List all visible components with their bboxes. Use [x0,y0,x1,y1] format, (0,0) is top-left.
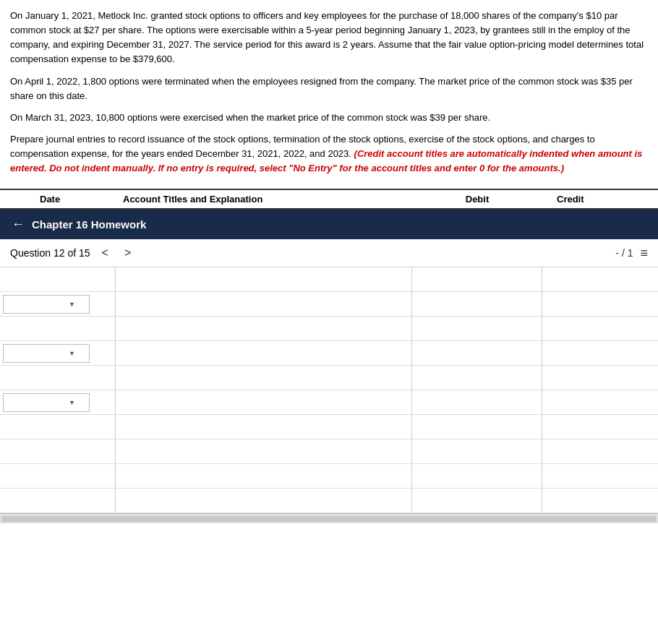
account-input[interactable] [116,390,411,414]
debit-cell[interactable] [412,439,542,463]
debit-cell[interactable] [412,390,542,414]
table-header: Date Account Titles and Explanation Debi… [0,189,658,210]
journal-table: ▼ ▼ [0,267,658,513]
account-cell[interactable] [116,390,412,414]
credit-input[interactable] [542,267,658,291]
date-cell-empty [0,489,116,512]
col-debit-header: Debit [412,194,542,205]
date-input-box[interactable]: ▼ [3,295,90,314]
dropdown-arrow-icon[interactable]: ▼ [69,350,77,357]
date-cell-empty [0,415,116,439]
back-button[interactable]: ← [12,217,25,232]
date-cell[interactable]: ▼ [0,341,116,365]
account-input[interactable] [116,341,411,365]
debit-cell[interactable] [412,292,542,316]
debit-input[interactable] [412,341,542,365]
credit-cell[interactable] [542,341,658,365]
dropdown-arrow-icon[interactable]: ▼ [69,399,77,406]
next-button[interactable]: > [120,245,135,261]
debit-input[interactable] [412,489,542,512]
list-icon[interactable]: ≡ [640,246,648,261]
debit-cell[interactable] [412,341,542,365]
credit-input[interactable] [542,439,658,463]
debit-cell[interactable] [412,267,542,291]
account-input[interactable] [116,317,411,340]
prev-button[interactable]: < [98,245,113,261]
table-row [0,464,658,489]
date-cell[interactable]: ▼ [0,292,116,316]
credit-input[interactable] [542,489,658,512]
problem-text: On January 1, 2021, Metlock Inc. granted… [0,0,658,189]
credit-cell[interactable] [542,292,658,316]
date-input-box[interactable]: ▼ [3,393,90,412]
account-cell[interactable] [116,267,412,291]
credit-cell[interactable] [542,366,658,390]
question-nav-right: - / 1 ≡ [615,246,648,261]
debit-cell[interactable] [412,317,542,340]
credit-input[interactable] [542,464,658,488]
account-input[interactable] [116,464,411,488]
table-row [0,439,658,464]
account-input[interactable] [116,366,411,390]
debit-cell[interactable] [412,464,542,488]
credit-input[interactable] [542,415,658,439]
debit-cell[interactable] [412,366,542,390]
credit-cell[interactable] [542,415,658,439]
debit-input[interactable] [412,267,542,291]
date-cell-empty [0,267,116,291]
dropdown-arrow-icon[interactable]: ▼ [69,301,77,308]
account-input[interactable] [116,415,411,439]
debit-input[interactable] [412,390,542,414]
debit-input[interactable] [412,366,542,390]
credit-input[interactable] [542,390,658,414]
account-cell[interactable] [116,464,412,488]
date-cell-empty [0,439,116,463]
account-cell[interactable] [116,415,412,439]
date-cell[interactable]: ▼ [0,390,116,414]
debit-cell[interactable] [412,489,542,512]
date-input[interactable] [4,396,69,409]
credit-input[interactable] [542,341,658,365]
paragraph-2: On April 1, 2022, 1,800 options were ter… [10,74,648,103]
debit-input[interactable] [412,292,542,316]
account-cell[interactable] [116,366,412,390]
credit-cell[interactable] [542,464,658,488]
credit-cell[interactable] [542,439,658,463]
account-cell[interactable] [116,439,412,463]
account-cell[interactable] [116,317,412,340]
debit-input[interactable] [412,464,542,488]
credit-input[interactable] [542,292,658,316]
account-cell[interactable] [116,292,412,316]
scrollbar-track[interactable] [1,516,657,522]
debit-input[interactable] [412,317,542,340]
account-cell[interactable] [116,341,412,365]
credit-cell[interactable] [542,317,658,340]
account-input[interactable] [116,439,411,463]
credit-input[interactable] [542,366,658,390]
paragraph-4: Prepare journal entries to record issuan… [10,132,648,176]
credit-cell[interactable] [542,267,658,291]
table-row [0,489,658,513]
date-cell-empty [0,464,116,488]
debit-input[interactable] [412,439,542,463]
date-input[interactable] [4,298,69,311]
nav-bar: ← Chapter 16 Homework [0,210,658,239]
credit-input[interactable] [542,317,658,340]
debit-input[interactable] [412,415,542,439]
account-cell[interactable] [116,489,412,512]
credit-cell[interactable] [542,390,658,414]
horizontal-scrollbar[interactable] [0,513,658,523]
date-input-box[interactable]: ▼ [3,344,90,363]
table-row [0,415,658,439]
table-row [0,317,658,341]
table-row [0,267,658,292]
account-input[interactable] [116,489,411,512]
credit-cell[interactable] [542,489,658,512]
chapter-title: Chapter 16 Homework [32,218,146,231]
account-input[interactable] [116,292,411,316]
debit-cell[interactable] [412,415,542,439]
account-input[interactable] [116,267,411,291]
question-label: Question 12 of 15 [10,247,90,259]
paragraph-3: On March 31, 2023, 10,800 options were e… [10,111,648,125]
date-input[interactable] [4,347,69,360]
